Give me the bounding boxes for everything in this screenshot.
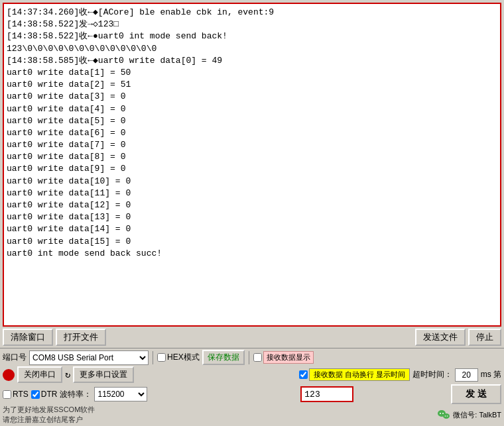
log-line: uart0 write data[7] = 0: [7, 139, 497, 151]
auto-send-checkbox[interactable]: [253, 353, 262, 362]
log-line: uart0 write data[15] = 0: [7, 236, 497, 248]
log-line: uart0 write data[11] = 0: [7, 187, 497, 199]
toolbar: 清除窗口 打开文件 发送文件 停止: [0, 327, 504, 348]
timeout-label: 超时时间：: [412, 369, 452, 380]
yellow-area-label[interactable]: 接收数据 自动换行 显示时间: [299, 368, 410, 381]
port-label: 端口号: [3, 352, 27, 363]
rts-checkbox[interactable]: [3, 390, 11, 399]
log-line: uart0 write data[8] = 0: [7, 151, 497, 163]
close-port-row: 关闭串口 ↻ 更多串口设置 接收数据 自动换行 显示时间 超时时间： ms 第: [3, 366, 501, 383]
wechat-label: 微信号: TalkBT: [453, 410, 501, 420]
log-line: uart0 write data[2] = 51: [7, 79, 497, 91]
wechat-icon: [437, 408, 450, 421]
save-data-button[interactable]: 保存数据: [202, 350, 245, 365]
clear-window-button[interactable]: 清除窗口: [3, 329, 53, 346]
ms-label: ms 第: [481, 369, 501, 380]
yellow-options-button[interactable]: 接收数据 自动换行 显示时间: [309, 368, 410, 381]
dtr-text: DTR: [41, 390, 58, 399]
log-line: uart0 write data[5] = 0: [7, 115, 497, 127]
log-line: uart0 write data[12] = 0: [7, 199, 497, 211]
open-file-button[interactable]: 打开文件: [56, 329, 106, 346]
log-area[interactable]: [14:37:34.260]收←◆[ACore] ble enable cbk …: [3, 3, 501, 327]
log-line: uart0 write data[13] = 0: [7, 211, 497, 223]
log-line: uart0 write data[4] = 0: [7, 103, 497, 115]
info-text-area: 为了更好地发展SSCOM软件 请您注册嘉立创结尾客户: [3, 405, 95, 425]
send-row: RTS DTR 波特率： 115200 发 送: [3, 384, 501, 404]
auto-send-label: 接收数据显示: [263, 351, 314, 364]
log-line: [14:38:58.522]收←●uart0 int mode send bac…: [7, 30, 497, 42]
wechat-area: 微信号: TalkBT: [437, 408, 501, 421]
info-line2: 请您注册嘉立创结尾客户: [3, 415, 95, 425]
timeout-input[interactable]: [455, 368, 478, 382]
hex-checkbox-label[interactable]: HEX模式: [157, 352, 200, 363]
port-status-icon: [3, 369, 15, 381]
svg-point-5: [447, 415, 448, 417]
main-window: [14:37:34.260]收←◆[ACore] ble enable cbk …: [0, 0, 504, 426]
log-line: 123\0\0\0\0\0\0\0\0\0\0\0\0\0: [7, 43, 497, 55]
port-select[interactable]: COM8 USB Serial Port: [29, 350, 149, 365]
more-settings-button[interactable]: 更多串口设置: [73, 366, 134, 383]
svg-point-4: [445, 415, 446, 417]
dtr-label[interactable]: DTR: [31, 390, 58, 399]
baud-label: 波特率：: [60, 389, 92, 400]
bottom-panel: 端口号 COM8 USB Serial Port HEX模式 保存数据 接收数据…: [0, 348, 504, 426]
close-port-label: 关闭串口: [24, 369, 56, 380]
info-row: 为了更好地发展SSCOM软件 请您注册嘉立创结尾客户 微信号: TalkBT: [3, 405, 501, 425]
log-line: uart0 write data[6] = 0: [7, 127, 497, 139]
log-line: uart0 write data[3] = 0: [7, 91, 497, 103]
rts-text: RTS: [13, 390, 29, 399]
svg-point-1: [440, 413, 441, 414]
rts-label[interactable]: RTS: [3, 390, 29, 399]
divider: [153, 351, 153, 364]
log-line: uart0 write data[14] = 0: [7, 223, 497, 235]
baud-select[interactable]: 115200: [94, 387, 147, 401]
info-line1: 为了更好地发展SSCOM软件: [3, 405, 95, 415]
log-line: uart0 int mode send back succ!: [7, 248, 497, 260]
hex-checkbox[interactable]: [157, 353, 166, 362]
log-line: [14:37:34.260]收←◆[ACore] ble enable cbk …: [7, 7, 497, 19]
log-line: [14:38:58.585]收←◆uart0 write data[0] = 4…: [7, 55, 497, 67]
dtr-checkbox[interactable]: [31, 390, 40, 399]
port-row: 端口号 COM8 USB Serial Port HEX模式 保存数据 接收数据…: [3, 350, 501, 365]
log-line: [14:38:58.522]发→◇123□: [7, 19, 497, 30]
svg-point-2: [442, 413, 444, 414]
divider2: [249, 351, 249, 364]
save-data-label: 保存数据: [208, 352, 239, 362]
close-port-button[interactable]: 关闭串口: [17, 366, 62, 383]
send-input-area: [300, 386, 448, 402]
send-file-button[interactable]: 发送文件: [415, 329, 466, 346]
yellow-checkbox[interactable]: [299, 370, 308, 379]
hex-label: HEX模式: [167, 352, 200, 363]
send-input[interactable]: [300, 386, 353, 402]
stop-button[interactable]: 停止: [468, 329, 501, 346]
svg-point-3: [443, 413, 450, 419]
auto-send-checkbox-label[interactable]: 接收数据显示: [253, 351, 314, 364]
send-button[interactable]: 发 送: [451, 384, 501, 404]
refresh-icon[interactable]: ↻: [65, 369, 70, 380]
log-line: uart0 write data[10] = 0: [7, 176, 497, 187]
log-line: uart0 write data[1] = 50: [7, 67, 497, 79]
log-line: uart0 write data[9] = 0: [7, 163, 497, 175]
